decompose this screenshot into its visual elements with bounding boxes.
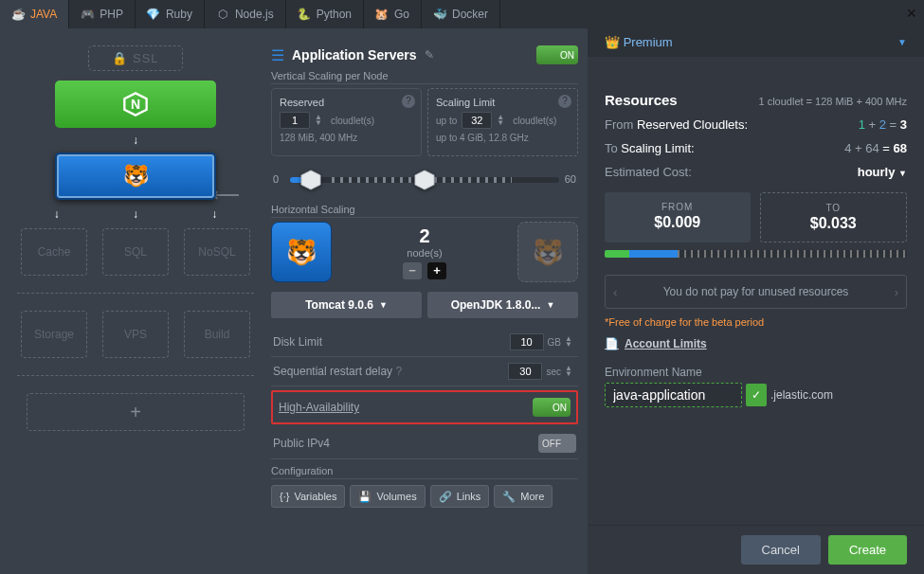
account-limits-link[interactable]: 📄Account Limits [605,337,907,350]
hs-node-active[interactable]: 🐯 [271,222,332,282]
stepper-icon[interactable]: ▲▼ [497,115,508,126]
tab-docker[interactable]: 🐳Docker [422,0,500,28]
check-icon: ✓ [746,384,767,406]
seq-input[interactable] [508,363,542,380]
info-banner: ‹ You do not pay for unused resources › [605,275,907,309]
summary-panel: 👑 Premium ▼ Resources 1 cloudlet = 128 M… [588,28,924,574]
docker-icon: 🐳 [433,8,446,21]
usage-bar [605,250,907,258]
cancel-button[interactable]: Cancel [741,535,821,565]
limit-summary-row: To Scaling Limit: 4 + 64 = 68 [605,141,907,155]
reserved-summary-row: From Reserved Cloudlets: 1 + 2 = 3 [605,117,907,132]
balancer-node[interactable]: N [55,81,216,128]
ha-link[interactable]: High-Availability [279,401,359,414]
disk-limit-row: Disk Limit GB▲▼ [271,328,578,357]
tab-nodejs[interactable]: ⬡Node.js [205,0,286,28]
node-plus-button[interactable]: + [427,262,446,279]
slider-handle-limit[interactable] [413,169,436,191]
cost-to-box: TO $0.033 [760,192,908,242]
env-name-label: Environment Name [605,366,907,379]
wrench-icon: 🔧 [502,491,516,503]
python-icon: 🐍 [298,8,311,21]
vscaling-label: Vertical Scaling per Node [271,70,578,84]
limit-input[interactable] [462,112,492,129]
stepper-icon[interactable]: ▲▼ [565,366,576,377]
edit-icon[interactable]: ✎ [425,48,434,62]
slider-handle-reserved[interactable] [299,169,322,191]
server-dropdown[interactable]: Tomcat 9.0.6▼ [271,292,422,318]
tab-php[interactable]: 🎮PHP [69,0,136,28]
hs-node-ghost[interactable]: 🐯 [517,222,578,282]
tab-ruby[interactable]: 💎Ruby [136,0,205,28]
svg-marker-3 [415,170,434,189]
nginx-icon: N [122,91,149,117]
php-icon: 🎮 [81,8,94,21]
env-name-input[interactable] [605,383,742,407]
tomcat-icon: 🐯 [123,164,149,188]
arrow-row: ↓↓↓ [17,207,254,221]
more-button[interactable]: 🔧More [494,485,553,508]
chevron-left-icon[interactable]: ‹ [613,285,617,299]
disk-input[interactable] [510,333,544,350]
create-button[interactable]: Create [828,535,907,565]
resources-title: Resources [605,92,678,108]
storage-box[interactable]: Storage [21,311,87,358]
svg-marker-2 [301,170,320,189]
cost-row: Estimated Cost: hourly ▼ [605,165,907,179]
chevron-down-icon: ▼ [379,300,388,310]
tab-java[interactable]: ☕JAVA [0,0,69,28]
limit-box: ? Scaling Limit up to ▲▼ cloudlet(s) up … [427,88,578,156]
java-icon: ☕ [11,8,25,21]
cloudlet-slider[interactable]: 0 60 [271,164,578,194]
disk-icon: 💾 [358,491,371,503]
hscaling-label: Horizontal Scaling [271,204,578,218]
appserver-node[interactable]: 🐯 [55,152,216,200]
ha-toggle[interactable]: ON [533,398,571,417]
ruby-icon: 💎 [147,8,160,21]
build-box[interactable]: Build [184,311,250,358]
tab-go[interactable]: 🐹Go [364,0,422,28]
cache-box[interactable]: Cache [21,228,87,276]
language-tabs: ☕JAVA 🎮PHP 💎Ruby ⬡Node.js 🐍Python 🐹Go 🐳D… [0,0,924,28]
help-icon[interactable]: ? [402,95,415,108]
add-layer-box[interactable]: + [27,393,245,431]
premium-dropdown[interactable]: 👑 Premium ▼ [588,28,924,57]
ha-row: High-Availability ON [271,390,578,424]
crown-icon: 👑 [605,35,620,49]
tomcat-icon: 🐯 [286,238,317,267]
volumes-button[interactable]: 💾Volumes [350,485,425,508]
stepper-icon[interactable]: ▲▼ [565,336,576,348]
config-panel: ☰ Application Servers ✎ ON Vertical Scal… [271,45,578,563]
config-label: Configuration [271,465,578,479]
reserved-box: ? Reserved ▲▼ cloudlet(s) 128 MiB, 400 M… [271,88,422,156]
node-count: 2 [343,225,506,247]
tab-python[interactable]: 🐍Python [286,0,364,28]
node-minus-button[interactable]: − [403,262,422,279]
reserved-input[interactable] [280,112,310,129]
tomcat-ghost-icon: 🐯 [533,238,563,267]
close-icon[interactable]: × [906,4,916,24]
chevron-down-icon: ▼ [546,300,554,310]
variables-button[interactable]: {·}Variables [271,485,345,508]
beta-note: *Free of charge for the beta period [605,316,907,328]
nosql-box[interactable]: NoSQL [184,228,250,276]
nodejs-icon: ⬡ [216,8,229,21]
topology-panel: 🔒 SSL N ↓ 🐯 ↓↓↓ Cache SQL NoSQL Storage … [17,45,254,563]
chevron-right-icon[interactable]: › [895,285,898,299]
help-icon[interactable]: ? [395,365,402,378]
links-button[interactable]: 🔗Links [430,485,490,508]
seq-restart-row: Sequential restart delay ? sec▲▼ [271,357,578,386]
appservers-toggle[interactable]: ON [536,45,578,64]
period-dropdown[interactable]: hourly ▼ [858,165,907,179]
help-icon[interactable]: ? [558,95,571,108]
lock-icon: 🔒 [112,51,128,65]
stepper-icon[interactable]: ▲▼ [315,115,326,126]
ssl-box[interactable]: 🔒 SSL [88,45,183,71]
cost-from-box: FROM $0.009 [605,192,751,242]
vps-box[interactable]: VPS [102,311,169,358]
panel-title: Application Servers [292,47,417,63]
jdk-dropdown[interactable]: OpenJDK 1.8.0...▼ [427,292,578,318]
menu-icon[interactable]: ☰ [271,46,284,64]
ipv4-toggle[interactable]: OFF [538,434,576,453]
sql-box[interactable]: SQL [102,228,169,276]
